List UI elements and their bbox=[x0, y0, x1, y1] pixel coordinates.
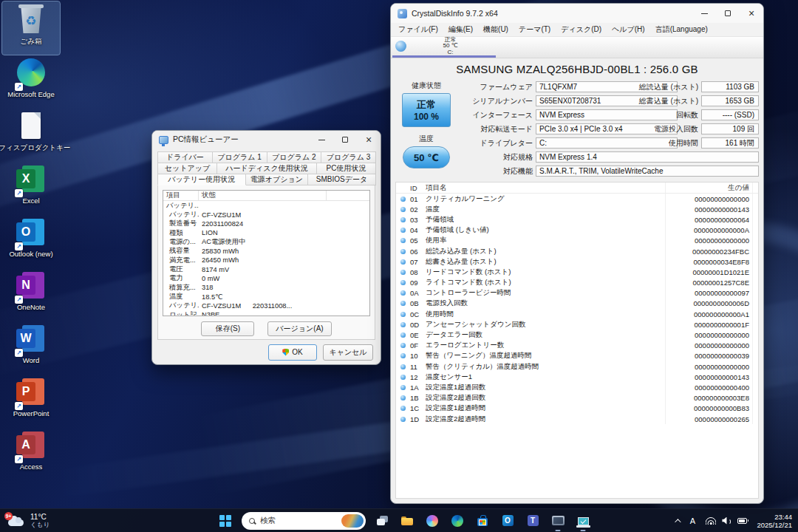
field-value[interactable]: 109 回 bbox=[701, 123, 759, 134]
disk-tab-c[interactable]: 正常 50 ℃ C: bbox=[392, 37, 496, 58]
smart-row-0F[interactable]: 0Fエラーログエントリー数00000000000000 bbox=[396, 341, 758, 351]
health-status-button[interactable]: 正常 100 % bbox=[402, 93, 451, 127]
list-item-12[interactable]: ロット記...N3BE bbox=[163, 310, 369, 316]
tab-ドライバー[interactable]: ドライバー bbox=[157, 151, 213, 163]
desktop-icon-word[interactable]: W↗Word bbox=[2, 321, 60, 374]
list-item-1[interactable]: バッテリ...CF-VZSU1M bbox=[163, 210, 369, 219]
field-value[interactable]: S.M.A.R.T., TRIM, VolatileWriteCache bbox=[536, 166, 759, 177]
search-box[interactable]: 検索 bbox=[242, 512, 366, 530]
hidden-icons-chevron-icon[interactable] bbox=[669, 509, 685, 532]
smart-row-04[interactable]: 04予備領域 (しきい値)0000000000000A bbox=[396, 225, 758, 236]
smart-row-03[interactable]: 03予備領域00000000000064 bbox=[396, 214, 758, 225]
taskbar-icon-support-tool[interactable] bbox=[547, 511, 569, 531]
smart-row-1C[interactable]: 1C設定温度1超過時間00000000000B83 bbox=[396, 403, 758, 414]
tab-セットアップ[interactable]: セットアップ bbox=[157, 163, 217, 174]
smart-row-08[interactable]: 08リードコマンド数 (ホスト)00000001D1021E bbox=[396, 267, 758, 277]
weather-widget[interactable]: 9+ 11°C くもり bbox=[0, 509, 57, 532]
tray-status-icons[interactable] bbox=[700, 517, 753, 525]
cdi-titlebar[interactable]: CrystalDiskInfo 9.7.2 x64 × bbox=[391, 4, 763, 23]
smart-row-0A[interactable]: 0Aコントローラービジー時間00000000000097 bbox=[396, 288, 758, 299]
list-item-11[interactable]: バッテリ...CF-VZSU1M 220311008... bbox=[163, 301, 369, 310]
field-value[interactable]: 1103 GB bbox=[701, 81, 759, 92]
list-item-7[interactable]: 電圧8174 mV bbox=[163, 265, 369, 273]
column-header-state[interactable]: 状態 bbox=[199, 191, 327, 200]
menu-item-4[interactable]: ディスク(D) bbox=[556, 23, 607, 36]
desktop-icon-excel[interactable]: X↗Excel bbox=[2, 161, 60, 214]
list-item-8[interactable]: 電力0 mW bbox=[163, 274, 369, 283]
taskbar-icon-file-explorer[interactable] bbox=[396, 511, 418, 531]
minimize-button[interactable] bbox=[692, 4, 716, 23]
desktop-icon-access[interactable]: A↗Access bbox=[2, 427, 60, 480]
column-header-item[interactable]: 項目 bbox=[163, 191, 199, 200]
tab-SMBIOSデータ[interactable]: SMBIOSデータ bbox=[307, 174, 376, 185]
list-item-0[interactable]: バッテリ... bbox=[163, 201, 369, 210]
list-item-3[interactable]: 種類LION bbox=[163, 228, 369, 237]
tab-プログラム 1[interactable]: プログラム 1 bbox=[212, 151, 267, 163]
maximize-button[interactable] bbox=[333, 131, 357, 149]
field-value[interactable]: 161 時間 bbox=[701, 137, 759, 149]
smart-row-11[interactable]: 11警告（クリティカル）温度超過時間00000000000000 bbox=[396, 361, 758, 372]
cancel-button[interactable]: キャンセル bbox=[323, 344, 373, 361]
desktop-icon-onenote[interactable]: N↗OneNote bbox=[2, 267, 60, 321]
smart-row-0C[interactable]: 0C使用時間000000000000A1 bbox=[396, 309, 758, 319]
smart-row-01[interactable]: 01クリティカルワーニング00000000000000 bbox=[396, 194, 758, 204]
list-item-4[interactable]: 電源の...AC電源使用中 bbox=[163, 237, 369, 246]
save-button[interactable]: 保存(S) bbox=[201, 321, 254, 336]
temperature-pill[interactable]: 50 ℃ bbox=[403, 146, 450, 168]
taskbar-icon-microsoft-store[interactable] bbox=[471, 511, 494, 531]
smart-row-05[interactable]: 05使用率00000000000000 bbox=[396, 236, 758, 246]
smart-row-02[interactable]: 02温度00000000000143 bbox=[396, 204, 758, 214]
tab-ハードディスク使用状況[interactable]: ハードディスク使用状況 bbox=[216, 163, 317, 174]
ime-mode-indicator[interactable]: A bbox=[685, 516, 700, 525]
list-item-2[interactable]: 製造番号22031100824 bbox=[163, 219, 369, 228]
field-value[interactable]: NVM Express 1.4 bbox=[536, 151, 759, 163]
close-button[interactable]: × bbox=[740, 4, 763, 23]
tab-プログラム 2[interactable]: プログラム 2 bbox=[267, 151, 322, 163]
taskbar-icon-teams[interactable]: T bbox=[522, 511, 544, 531]
smart-row-07[interactable]: 07総書き込み量 (ホスト)0000000034E8F8 bbox=[396, 256, 758, 267]
smart-row-09[interactable]: 09ライトコマンド数 (ホスト)00000001257C8E bbox=[396, 278, 758, 288]
menu-item-6[interactable]: 言語(Language) bbox=[650, 23, 713, 36]
smart-row-0E[interactable]: 0Eデータエラー回数00000000000000 bbox=[396, 330, 758, 340]
smart-row-0B[interactable]: 0B電源投入回数0000000000006D bbox=[396, 299, 758, 309]
close-button[interactable]: × bbox=[357, 131, 381, 149]
field-value[interactable]: ---- (SSD) bbox=[701, 109, 759, 120]
menu-item-2[interactable]: 機能(U) bbox=[478, 23, 514, 36]
smart-row-10[interactable]: 10警告（ワーニング）温度超過時間00000000000039 bbox=[396, 351, 758, 361]
tab-電源オプション[interactable]: 電源オプション bbox=[245, 174, 308, 185]
tab-PC使用状況[interactable]: PC使用状況 bbox=[316, 163, 376, 174]
start-button[interactable] bbox=[213, 509, 238, 532]
list-item-6[interactable]: 満充電...26450 mWh bbox=[163, 256, 369, 265]
version-button[interactable]: バージョン(A) bbox=[267, 321, 331, 336]
ok-button[interactable]: OK bbox=[268, 344, 317, 361]
minimize-button[interactable] bbox=[310, 131, 333, 149]
menu-item-5[interactable]: ヘルプ(H) bbox=[607, 23, 650, 36]
tab-バッテリー使用状況[interactable]: バッテリー使用状況 bbox=[157, 174, 246, 185]
menu-item-0[interactable]: ファイル(F) bbox=[393, 23, 443, 36]
smart-row-1B[interactable]: 1B設定温度2超過回数000000000003E8 bbox=[396, 393, 758, 403]
clock[interactable]: 23:44 2025/12/21 bbox=[753, 513, 792, 529]
taskbar-icon-edge[interactable] bbox=[446, 511, 468, 531]
menu-item-1[interactable]: 編集(E) bbox=[443, 23, 478, 36]
tab-プログラム 3[interactable]: プログラム 3 bbox=[321, 151, 376, 163]
taskbar-icon-task-view[interactable] bbox=[371, 511, 393, 531]
smart-row-1A[interactable]: 1A設定温度1超過回数00000000000400 bbox=[396, 382, 758, 392]
smart-row-12[interactable]: 12温度センサー100000000000143 bbox=[396, 372, 758, 382]
taskbar-icon-pc-info-viewer[interactable] bbox=[572, 511, 594, 531]
list-item-5[interactable]: 残容量25830 mWh bbox=[163, 247, 369, 256]
field-value[interactable]: 1653 GB bbox=[701, 95, 759, 106]
smart-row-1D[interactable]: 1D設定温度2超過時間00000000000265 bbox=[396, 414, 758, 424]
maximize-button[interactable] bbox=[716, 4, 740, 23]
desktop-icon-outlook[interactable]: O↗Outlook (new) bbox=[2, 214, 60, 267]
pcinfo-titlebar[interactable]: PC情報ビューアー × bbox=[152, 131, 381, 149]
desktop-icon-edge[interactable]: ↗Microsoft Edge bbox=[2, 55, 60, 108]
desktop-icon-recycle-bin[interactable]: ♻ごみ箱 bbox=[2, 1, 60, 55]
list-item-10[interactable]: 温度18.5℃ bbox=[163, 292, 369, 301]
smart-row-06[interactable]: 06総読み込み量 (ホスト)00000000234FBC bbox=[396, 246, 758, 256]
menu-item-3[interactable]: テーマ(T) bbox=[514, 23, 556, 36]
battery-listview[interactable]: 項目 状態 バッテリ...バッテリ...CF-VZSU1M製造番号2203110… bbox=[163, 190, 370, 316]
desktop-icon-office-product-key[interactable]: オフィスプロダクトキー bbox=[2, 108, 60, 161]
taskbar-icon-copilot[interactable] bbox=[421, 511, 443, 531]
list-item-9[interactable]: 積算充...318 bbox=[163, 283, 369, 292]
desktop-icon-powerpoint[interactable]: P↗PowerPoint bbox=[2, 374, 60, 427]
